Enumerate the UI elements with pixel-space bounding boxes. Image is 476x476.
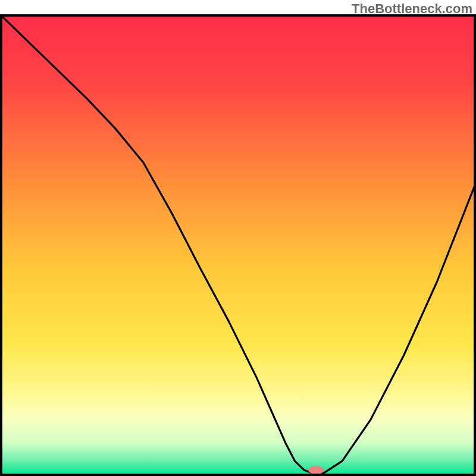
bottleneck-chart: TheBottleneck.com [0, 0, 476, 476]
attribution-label: TheBottleneck.com [352, 1, 472, 17]
plot-svg [0, 0, 476, 476]
optimum-marker [309, 466, 324, 474]
